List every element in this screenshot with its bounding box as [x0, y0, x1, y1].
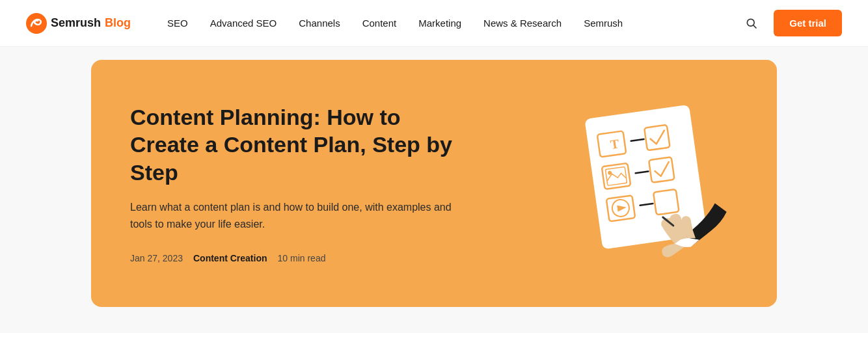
header-actions: Get trial	[740, 10, 842, 36]
main-content: Content Planning: How to Create a Conten…	[0, 47, 868, 333]
hero-card: Content Planning: How to Create a Conten…	[91, 60, 777, 307]
hero-read-time: 10 min read	[278, 253, 326, 263]
main-nav: SEO Advanced SEO Channels Content Market…	[157, 12, 740, 34]
site-header: Semrush Blog SEO Advanced SEO Channels C…	[0, 0, 868, 47]
search-button[interactable]	[740, 12, 763, 35]
hero-description: Learn what a content plan is and how to …	[130, 199, 468, 232]
nav-seo[interactable]: SEO	[157, 12, 198, 34]
nav-news-research[interactable]: News & Research	[473, 12, 572, 34]
get-trial-button[interactable]: Get trial	[774, 10, 842, 36]
hero-illustration: T	[556, 92, 738, 274]
nav-semrush[interactable]: Semrush	[573, 12, 633, 34]
semrush-logo-icon	[26, 13, 47, 34]
logo-brand: Semrush	[51, 16, 101, 30]
hero-meta: Jan 27, 2023 Content Creation 10 min rea…	[130, 253, 468, 263]
nav-content[interactable]: Content	[352, 12, 407, 34]
logo-blog: Blog	[105, 16, 131, 30]
checklist-illustration: T	[556, 92, 738, 274]
nav-advanced-seo[interactable]: Advanced SEO	[200, 12, 288, 34]
hero-date: Jan 27, 2023	[130, 253, 183, 263]
logo-link[interactable]: Semrush Blog	[26, 13, 131, 34]
svg-line-2	[753, 25, 757, 28]
nav-marketing[interactable]: Marketing	[408, 12, 472, 34]
hero-title: Content Planning: How to Create a Conten…	[130, 103, 468, 187]
hero-content: Content Planning: How to Create a Conten…	[130, 103, 468, 264]
svg-point-1	[748, 19, 755, 26]
search-icon	[745, 17, 758, 30]
hero-category: Content Creation	[193, 253, 267, 263]
nav-channels[interactable]: Channels	[288, 12, 350, 34]
